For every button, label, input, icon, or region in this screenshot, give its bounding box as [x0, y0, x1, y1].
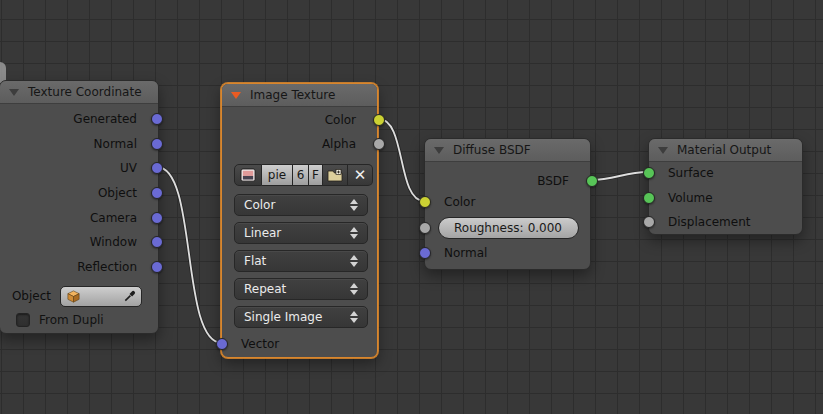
object-picker-field[interactable]	[60, 286, 142, 307]
collapse-triangle-icon[interactable]	[231, 92, 241, 99]
socket-normal-output[interactable]	[151, 138, 163, 150]
object-cube-icon	[66, 289, 81, 304]
output-label-reflection: Reflection	[77, 258, 137, 276]
wire-color-to-color	[379, 119, 424, 201]
node-header[interactable]: Texture Coordinate	[0, 81, 158, 104]
output-label-bsdf: BSDF	[537, 172, 569, 190]
output-label-camera: Camera	[90, 209, 137, 227]
output-label-color: Color	[325, 111, 356, 129]
socket-color-output[interactable]	[373, 114, 385, 126]
node-image-texture[interactable]: Image Texture Color Alpha pie 6 F	[221, 83, 378, 358]
socket-bsdf-output[interactable]	[586, 175, 598, 187]
dropdown-arrows-icon	[350, 227, 358, 239]
output-label-object: Object	[98, 184, 137, 202]
input-label-displacement: Displacement	[668, 213, 751, 231]
interpolation-select[interactable]: Linear	[234, 222, 368, 244]
wire-uv-to-vector	[157, 167, 222, 343]
image-users-button[interactable]: 6	[293, 164, 309, 186]
roughness-label: Roughness:	[454, 221, 524, 235]
collapse-triangle-icon[interactable]	[434, 147, 444, 154]
dropdown-arrows-icon	[350, 283, 358, 295]
socket-displacement-input[interactable]	[643, 216, 655, 228]
output-label-uv: UV	[120, 159, 137, 177]
unlink-image-button[interactable]: ✕	[348, 164, 373, 186]
from-dupli-checkbox[interactable]	[16, 313, 30, 327]
image-browse-button[interactable]	[234, 164, 262, 186]
collapse-triangle-icon[interactable]	[658, 147, 668, 154]
image-datablock-row: pie 6 F ✕	[234, 164, 373, 186]
collapse-triangle-icon[interactable]	[9, 89, 19, 96]
socket-surface-input[interactable]	[643, 167, 655, 179]
node-title: Material Output	[677, 143, 771, 157]
input-label-surface: Surface	[668, 164, 714, 182]
projection-select[interactable]: Flat	[234, 250, 368, 272]
open-image-button[interactable]	[323, 164, 348, 186]
socket-color-input[interactable]	[419, 196, 431, 208]
roughness-slider[interactable]: Roughness: 0.000	[438, 217, 579, 239]
node-header[interactable]: Diffuse BSDF	[425, 139, 590, 162]
extension-select[interactable]: Repeat	[234, 278, 368, 300]
node-title: Image Texture	[250, 88, 335, 102]
output-label-window: Window	[90, 233, 137, 251]
image-name-field[interactable]: pie	[262, 164, 293, 186]
wire-bsdf-to-surface	[591, 172, 648, 180]
node-title: Texture Coordinate	[28, 85, 142, 99]
input-label-color: Color	[444, 193, 475, 211]
node-header[interactable]: Material Output	[649, 139, 802, 162]
roughness-value: 0.000	[528, 221, 562, 235]
socket-camera-output[interactable]	[151, 212, 163, 224]
socket-object-output[interactable]	[151, 187, 163, 199]
socket-generated-output[interactable]	[151, 113, 163, 125]
node-header[interactable]: Image Texture	[222, 84, 377, 107]
folder-icon	[327, 168, 343, 182]
node-title: Diffuse BSDF	[453, 143, 531, 157]
input-label-volume: Volume	[668, 189, 713, 207]
node-diffuse-bsdf[interactable]: Diffuse BSDF BSDF Color Roughness: 0.000…	[424, 138, 591, 270]
image-icon	[240, 168, 257, 183]
node-editor-canvas[interactable]: Texture Coordinate Generated Normal UV O…	[0, 0, 823, 414]
output-label-generated: Generated	[73, 110, 137, 128]
socket-vector-input[interactable]	[216, 338, 228, 350]
socket-window-output[interactable]	[151, 236, 163, 248]
node-texture-coordinate[interactable]: Texture Coordinate Generated Normal UV O…	[0, 80, 159, 334]
object-field-label: Object	[0, 289, 60, 303]
dropdown-arrows-icon	[350, 255, 358, 267]
socket-volume-input[interactable]	[643, 192, 655, 204]
node-material-output[interactable]: Material Output Surface Volume Displacem…	[648, 138, 803, 235]
dropdown-arrows-icon	[350, 311, 358, 323]
fake-user-button[interactable]: F	[309, 164, 323, 186]
input-label-vector: Vector	[241, 335, 279, 353]
source-select[interactable]: Single Image	[234, 306, 368, 328]
close-icon: ✕	[354, 166, 367, 184]
socket-roughness-input[interactable]	[419, 222, 431, 234]
dropdown-arrows-icon	[350, 199, 358, 211]
output-label-alpha: Alpha	[322, 135, 356, 153]
socket-normal-input[interactable]	[419, 247, 431, 259]
input-label-normal: Normal	[444, 244, 487, 262]
socket-alpha-output[interactable]	[373, 138, 385, 150]
socket-uv-output[interactable]	[151, 162, 163, 174]
socket-reflection-output[interactable]	[151, 261, 163, 273]
eyedropper-icon[interactable]	[123, 290, 136, 303]
output-label-normal: Normal	[94, 135, 137, 153]
color-space-select[interactable]: Color	[234, 194, 368, 216]
from-dupli-label: From Dupli	[39, 313, 104, 327]
